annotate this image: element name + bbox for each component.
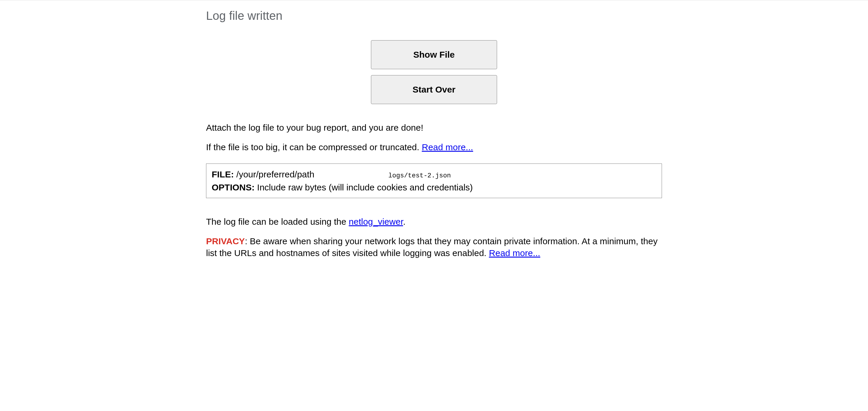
- options-label: OPTIONS:: [212, 182, 255, 192]
- privacy-paragraph: PRIVACY: Be aware when sharing your netw…: [206, 235, 662, 259]
- read-more-link-2[interactable]: Read more...: [489, 248, 540, 258]
- too-big-instruction: If the file is too big, it can be compre…: [206, 141, 662, 153]
- main-container: Log file written Show File Start Over At…: [206, 0, 662, 259]
- show-file-button[interactable]: Show File: [371, 40, 497, 69]
- options-line: OPTIONS: Include raw bytes (will include…: [212, 181, 656, 194]
- show-file-row: Show File: [206, 40, 662, 69]
- loaded-using-text: The log file can be loaded using the net…: [206, 216, 662, 228]
- file-path: /your/preferred/path: [234, 169, 314, 179]
- buttons-section: Show File Start Over: [206, 40, 662, 104]
- options-value: Include raw bytes (will include cookies …: [255, 182, 473, 192]
- file-label: FILE:: [212, 169, 234, 179]
- file-info-box: FILE: /your/preferred/pathlogs/test-2.js…: [206, 164, 662, 198]
- too-big-text: If the file is too big, it can be compre…: [206, 142, 422, 152]
- file-line: FILE: /your/preferred/pathlogs/test-2.js…: [212, 168, 656, 181]
- start-over-button[interactable]: Start Over: [371, 75, 497, 104]
- attach-instruction: Attach the log file to your bug report, …: [206, 122, 662, 134]
- read-more-link-1[interactable]: Read more...: [422, 142, 473, 152]
- start-over-row: Start Over: [206, 75, 662, 104]
- page-title: Log file written: [206, 9, 662, 23]
- loaded-suffix: .: [403, 217, 405, 227]
- loaded-prefix: The log file can be loaded using the: [206, 217, 349, 227]
- privacy-text: : Be aware when sharing your network log…: [206, 236, 657, 258]
- netlog-viewer-link[interactable]: netlog_viewer: [349, 217, 403, 227]
- file-name: logs/test-2.json: [389, 172, 451, 179]
- privacy-label: PRIVACY: [206, 236, 245, 246]
